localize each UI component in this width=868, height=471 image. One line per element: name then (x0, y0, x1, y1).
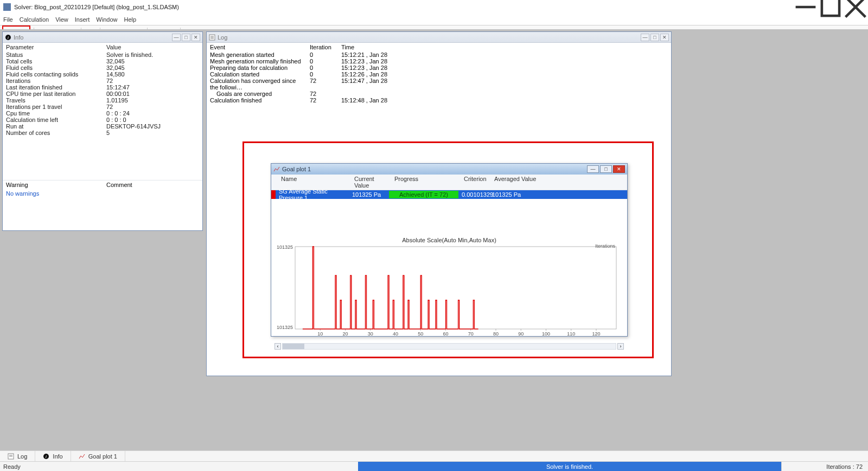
scroll-right-icon[interactable]: › (617, 343, 624, 350)
svg-text:101325: 101325 (277, 325, 293, 330)
svg-text:i: i (46, 454, 47, 459)
panel-minimize-icon[interactable]: — (641, 34, 649, 41)
no-warnings-text: No warnings (3, 189, 202, 198)
scroll-left-icon[interactable]: ‹ (275, 343, 281, 350)
log-tab-icon (8, 453, 14, 460)
info-row-value: 32,045 (103, 58, 202, 64)
gp-row-progress: Achieved (IT = 72) (389, 191, 458, 198)
info-row-value: DESKTOP-614JVSJ (103, 123, 202, 130)
log-col-time: Time (338, 44, 671, 50)
svg-text:70: 70 (468, 331, 474, 337)
minimize-button[interactable] (793, 0, 818, 14)
info-row-key: Fluid cells (3, 64, 103, 71)
log-panel-title: Log (218, 34, 639, 41)
info-row: Number of cores5 (3, 130, 202, 136)
panel-close-icon[interactable]: ✕ (192, 34, 200, 41)
info-row: Travels1.01195 (3, 97, 202, 104)
svg-text:50: 50 (418, 331, 423, 337)
gp-col-name: Name (278, 175, 351, 190)
goal-color-marker (271, 190, 276, 199)
goal-plot-title: Goal plot 1 (282, 166, 585, 172)
info-row-value: 32,045 (103, 64, 202, 71)
info-row-key: Calculation time left (3, 117, 103, 123)
gp-row-current: 101325 Pa (349, 191, 389, 198)
svg-text:20: 20 (342, 331, 348, 337)
tab-info-label: Info (53, 453, 62, 460)
info-icon: i (5, 34, 11, 41)
menu-insert[interactable]: Insert (75, 16, 90, 23)
log-time (338, 91, 671, 97)
gp-close-icon[interactable]: ✕ (613, 165, 625, 173)
scroll-thumb[interactable] (283, 344, 304, 349)
svg-rect-25 (295, 247, 616, 329)
status-ready: Ready (0, 462, 358, 471)
workspace: i Info — □ ✕ Parameter Value StatusSolve… (0, 29, 868, 450)
info-row-key: Status (3, 51, 103, 58)
maximize-button[interactable] (818, 0, 843, 14)
log-iteration: 0 (307, 64, 338, 71)
log-time: 15:12:26 , Jan 28 (338, 71, 671, 78)
menu-window[interactable]: Window (96, 16, 117, 23)
gp-row-averaged: 101325 Pa (489, 191, 627, 198)
bottom-tabbar: Log i Info Goal plot 1 (0, 450, 868, 461)
chart-title: Absolute Scale(Auto Min,Auto Max) (277, 237, 622, 243)
menu-view[interactable]: View (55, 16, 68, 23)
info-row-key: Travels (3, 97, 103, 104)
close-button[interactable] (843, 0, 868, 14)
info-panel-header[interactable]: i Info — □ ✕ (3, 32, 202, 43)
panel-maximize-icon[interactable]: □ (182, 34, 190, 41)
status-iterations: Iterations : 72 (781, 462, 868, 471)
gp-minimize-icon[interactable]: — (587, 165, 599, 173)
log-panel-header[interactable]: Log — □ ✕ (207, 32, 671, 43)
info-row: StatusSolver is finished. (3, 51, 202, 58)
panel-maximize-icon[interactable]: □ (650, 34, 659, 41)
tab-info[interactable]: i Info (35, 451, 71, 461)
gp-maximize-icon[interactable]: □ (600, 165, 612, 173)
svg-text:10: 10 (317, 331, 323, 337)
gp-row-criterion: 0.00101329 (458, 191, 489, 198)
gp-col-progress: Progress (391, 175, 461, 190)
log-row: Calculation started015:12:26 , Jan 28 (207, 71, 671, 78)
info-row: Fluid cells contacting solids14,580 (3, 71, 202, 78)
panel-minimize-icon[interactable]: — (172, 34, 181, 41)
goal-plot-scrollbar[interactable]: ‹ › (271, 343, 627, 352)
log-event: Preparing data for calculation (207, 64, 307, 71)
log-row: Preparing data for calculation015:12:23 … (207, 64, 671, 71)
info-row: Total cells32,045 (3, 58, 202, 64)
info-row: Iterations72 (3, 78, 202, 84)
info-row: Last iteration finished15:12:47 (3, 84, 202, 91)
info-row-key: Number of cores (3, 130, 103, 136)
info-row-key: Fluid cells contacting solids (3, 71, 103, 78)
warning-header-row: Warning Comment (3, 180, 202, 189)
gp-col-averaged: Averaged Value (491, 175, 627, 190)
tab-log[interactable]: Log (0, 451, 35, 461)
info-row-value: 14,580 (103, 71, 202, 78)
log-row: Calculation has converged since the foll… (207, 78, 671, 91)
info-row-key: CPU time per last iteration (3, 91, 103, 97)
goal-plot-window[interactable]: Goal plot 1 — □ ✕ Name Current Value Pro… (271, 163, 628, 337)
log-col-event: Event (207, 44, 307, 50)
info-row-key: Cpu time (3, 110, 103, 117)
goal-plot-titlebar[interactable]: Goal plot 1 — □ ✕ (271, 164, 627, 175)
menu-file[interactable]: File (3, 16, 13, 23)
goal-plot-row[interactable]: SG Average Static Pressure 1 101325 Pa A… (271, 190, 627, 199)
tab-goal-label: Goal plot 1 (88, 453, 117, 460)
info-panel-title: Info (14, 34, 170, 41)
menu-help[interactable]: Help (124, 16, 136, 23)
tab-log-label: Log (17, 453, 27, 460)
log-iteration: 0 (307, 71, 338, 78)
goal-tab-icon (79, 453, 85, 460)
log-iteration: 72 (307, 97, 338, 104)
svg-text:101325: 101325 (277, 244, 293, 250)
tab-goal-plot[interactable]: Goal plot 1 (71, 451, 125, 461)
log-event: Calculation has converged since the foll… (207, 78, 307, 91)
panel-close-icon[interactable]: ✕ (660, 34, 669, 41)
scroll-track[interactable] (282, 343, 616, 350)
log-panel: Log — □ ✕ Event Iteration Time Mesh gene… (206, 31, 672, 376)
info-row-value: 15:12:47 (103, 84, 202, 91)
menu-calculation[interactable]: Calculation (20, 16, 49, 23)
info-col-parameter: Parameter (3, 43, 103, 51)
gp-col-current: Current Value (351, 175, 391, 190)
info-tab-icon: i (43, 453, 49, 460)
svg-text:90: 90 (518, 331, 524, 337)
